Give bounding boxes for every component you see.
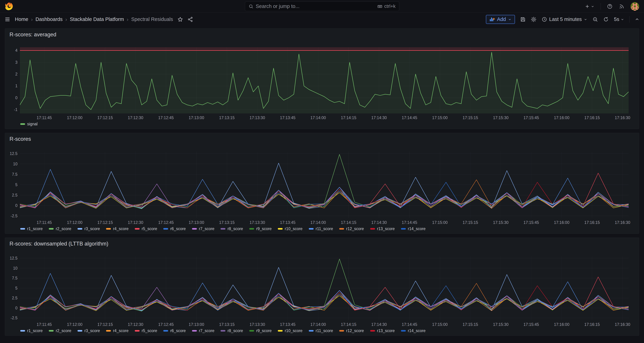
legend-item[interactable]: r14_score <box>401 328 426 333</box>
legend-label: r3_score <box>84 328 100 333</box>
y-axis-tick: 7.5 <box>8 172 18 177</box>
x-axis-tick: 17:14:30 <box>371 116 387 120</box>
y-axis-tick: 10 <box>8 266 18 271</box>
legend-color-pill <box>278 330 283 331</box>
chart-plot-area[interactable]: 17:11:4517:12:0017:12:1517:12:3017:12:45… <box>20 47 628 121</box>
chart-plot-area[interactable]: 17:11:4517:12:0017:12:1517:12:3017:12:45… <box>20 256 628 328</box>
search-placeholder: Search or jump to... <box>256 4 375 9</box>
news-button[interactable] <box>619 4 624 9</box>
x-axis-tick: 17:13:15 <box>219 116 235 120</box>
zoom-out-button[interactable] <box>592 17 598 22</box>
y-axis-tick: -1 <box>8 107 18 112</box>
x-axis-tick: 17:14:00 <box>310 116 326 120</box>
chart-plot-area[interactable]: 17:11:4517:12:0017:12:1517:12:3017:12:45… <box>20 152 628 226</box>
y-axis-tick: 0 <box>8 95 18 100</box>
legend-label: r13_score <box>377 226 395 231</box>
legend-item[interactable]: r13_score <box>370 226 395 231</box>
legend-label: r1_score <box>27 328 42 333</box>
x-axis-tick: 17:14:15 <box>341 220 356 225</box>
panel-title[interactable]: R-scores: downsampled (LTTB algorithm) <box>10 241 108 247</box>
legend-item[interactable]: r10_score <box>278 226 302 231</box>
x-axis-tick: 17:15:30 <box>493 116 508 120</box>
user-avatar[interactable] <box>630 2 639 11</box>
legend-label: r12_score <box>346 226 364 231</box>
breadcrumb-dashboards[interactable]: Dashboards <box>36 17 62 22</box>
legend-label: r1_score <box>27 226 42 231</box>
x-axis-tick: 17:14:00 <box>310 322 326 327</box>
legend-item[interactable]: r1_score <box>20 226 42 231</box>
y-axis-tick: 12.5 <box>8 256 18 261</box>
legend-color-pill <box>163 228 168 230</box>
legend-item[interactable]: r3_score <box>78 328 100 333</box>
legend-color-pill <box>20 330 25 331</box>
refresh-interval-picker[interactable]: 5s <box>614 17 624 22</box>
legend-item[interactable]: r6_score <box>163 226 186 231</box>
chevron-down-icon <box>591 5 594 8</box>
mega-menu-button[interactable] <box>4 17 10 22</box>
favorite-button[interactable] <box>178 17 183 22</box>
x-axis-tick: 17:13:15 <box>219 322 235 327</box>
legend-item[interactable]: r9_score <box>249 226 272 231</box>
legend-item[interactable]: r8_score <box>220 328 243 333</box>
collapse-toolbar-button[interactable] <box>635 17 640 22</box>
grafana-logo-icon[interactable] <box>5 2 13 10</box>
legend-item[interactable]: r13_score <box>370 328 395 333</box>
legend-item[interactable]: r9_score <box>249 328 272 333</box>
legend-item[interactable]: r12_score <box>339 226 364 231</box>
legend-item[interactable]: r10_score <box>278 328 302 333</box>
share-icon <box>188 17 193 22</box>
legend-item[interactable]: r6_score <box>163 328 186 333</box>
legend-item[interactable]: r7_score <box>192 328 214 333</box>
nav-divider <box>600 3 601 10</box>
chart-legend: r1_scorer2_scorer3_scorer4_scorer5_score… <box>5 328 639 335</box>
panel-rscores-averaged: R-scores: averaged -101234 17:11:4517:12… <box>5 29 639 129</box>
legend-item[interactable]: r11_score <box>309 328 333 333</box>
y-axis-tick: 0 <box>8 306 18 310</box>
x-axis-tick: 17:16:15 <box>584 116 600 120</box>
legend-item[interactable]: r2_score <box>49 328 71 333</box>
dashboard-settings-button[interactable] <box>531 17 536 22</box>
x-axis-tick: 17:16:30 <box>615 322 630 327</box>
search-shortcut: ctrl+k <box>377 4 396 9</box>
legend-color-pill <box>309 330 314 331</box>
legend-item[interactable]: signal <box>20 122 38 126</box>
new-menu-button[interactable] <box>585 4 594 9</box>
legend-item[interactable]: r4_score <box>106 328 128 333</box>
legend-item[interactable]: r2_score <box>49 226 71 231</box>
legend-color-pill <box>135 330 140 331</box>
add-button[interactable]: Add <box>486 15 515 24</box>
x-axis-tick: 17:15:00 <box>432 322 448 327</box>
legend-item[interactable]: r5_score <box>135 328 157 333</box>
x-axis-tick: 17:15:30 <box>493 220 508 225</box>
legend-item[interactable]: r7_score <box>192 226 214 231</box>
legend-item[interactable]: r1_score <box>20 328 42 333</box>
legend-item[interactable]: r8_score <box>220 226 243 231</box>
breadcrumb-folder[interactable]: Stackable Data Platform <box>70 17 124 22</box>
save-dashboard-button[interactable] <box>520 17 526 22</box>
legend-item[interactable]: r5_score <box>135 226 157 231</box>
legend-item[interactable]: r14_score <box>401 226 426 231</box>
panel-rscores: R-scores -2.502.557.51012.5 17:11:4517:1… <box>5 133 639 234</box>
legend-item[interactable]: r4_score <box>106 226 128 231</box>
legend-item[interactable]: r11_score <box>309 226 333 231</box>
legend-item[interactable]: r12_score <box>339 328 364 333</box>
panel-title[interactable]: R-scores: averaged <box>10 32 56 38</box>
x-axis-tick: 17:13:30 <box>250 220 265 225</box>
time-range-picker[interactable]: Last 5 minutes <box>542 17 588 22</box>
plus-icon <box>585 4 590 9</box>
share-button[interactable] <box>188 17 193 22</box>
legend-color-pill <box>220 330 226 331</box>
refresh-button[interactable] <box>603 17 609 22</box>
legend-label: r13_score <box>377 328 395 333</box>
time-series-chart <box>20 152 628 218</box>
chart-legend: r1_scorer2_scorer3_scorer4_scorer5_score… <box>5 226 639 234</box>
x-axis-tick: 17:14:30 <box>371 322 387 327</box>
x-axis-tick: 17:12:00 <box>67 220 82 225</box>
x-axis-tick: 17:11:45 <box>37 220 52 225</box>
help-button[interactable] <box>607 4 612 9</box>
legend-item[interactable]: r3_score <box>78 226 100 231</box>
panel-title[interactable]: R-scores <box>10 136 31 142</box>
search-input[interactable]: Search or jump to... ctrl+k <box>245 2 399 11</box>
top-nav: Search or jump to... ctrl+k <box>0 0 644 13</box>
breadcrumb-home[interactable]: Home <box>15 17 28 22</box>
